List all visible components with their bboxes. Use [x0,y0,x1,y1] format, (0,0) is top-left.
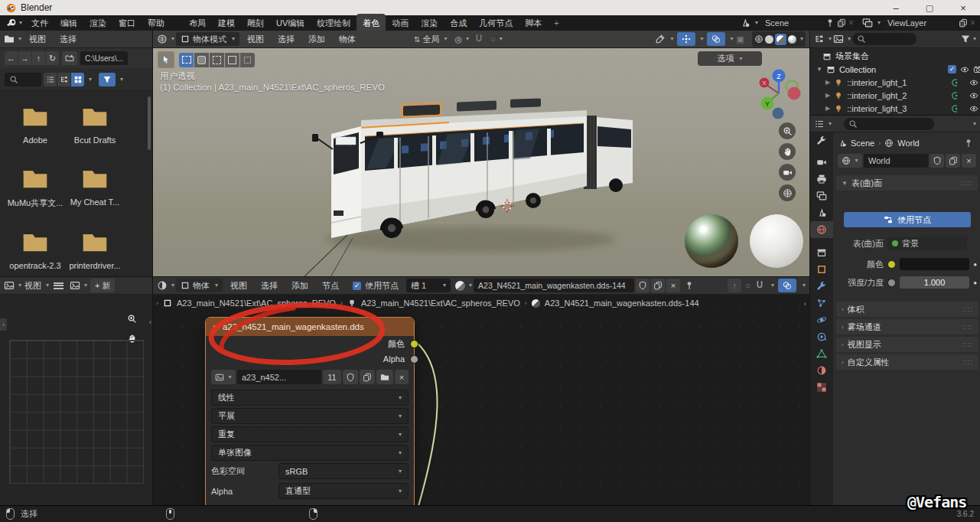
hamburger-menu-icon[interactable] [54,282,63,289]
node-header[interactable]: ▼ a23_n4521_main_wagenkasten.dds [206,318,414,336]
material-unlink-button[interactable]: × [666,279,680,292]
sidebar-toggle-left[interactable]: › [0,318,7,331]
expand-arrow-icon[interactable]: ▼ [816,66,822,73]
back-button[interactable]: ← [5,51,18,65]
xray-toggle[interactable]: ▣ [737,34,744,44]
zoom-button[interactable] [779,122,796,139]
scene-icon[interactable] [740,18,750,28]
chevron-down-icon[interactable]: ▾ [829,121,832,127]
select-tool-button[interactable] [158,51,174,68]
material-preview-icon[interactable] [455,281,465,291]
list-item[interactable]: Adobe [11,103,60,145]
shading-wireframe-icon[interactable] [754,34,763,44]
display-horizontal-list-button[interactable] [57,73,70,86]
color-space-dropdown[interactable]: sRGB ▾ [278,463,409,479]
chevron-down-icon[interactable]: ▾ [771,282,774,289]
world-name-field[interactable]: World [864,154,928,168]
image-fake-user-button[interactable] [343,370,358,384]
list-item[interactable]: opentrack-2.3 [6,229,64,270]
tab-modeling[interactable]: 建模 [212,16,241,31]
tab-output[interactable] [810,171,833,188]
image-texture-node[interactable]: ▼ a23_n4521_main_wagenkasten.dds 颜色 Alph… [205,317,415,505]
tab-rendering[interactable]: 渲染 [415,16,444,31]
orthographic-toggle-button[interactable] [779,184,796,201]
surface-shader-field[interactable]: 背景 [887,237,967,250]
unlink-world-button[interactable]: × [962,154,976,168]
snap-magnet-icon[interactable] [754,280,765,291]
scene-icon[interactable] [838,139,847,148]
extension-dropdown[interactable]: 重复 ▾ [211,426,409,442]
tab-scene[interactable] [810,204,833,221]
blender-menu-button[interactable]: ▾ [0,18,25,28]
tab-render[interactable] [810,154,833,171]
browse-world-button[interactable]: ▾ [838,154,862,168]
viewport-menu-select[interactable]: 选择 [272,32,301,47]
pin-icon[interactable] [825,18,835,28]
pin-icon[interactable] [685,281,694,290]
open-image-button[interactable] [376,370,393,384]
outliner-filter-image-icon[interactable] [833,34,844,44]
strength-slider[interactable]: 1.000 [900,276,969,289]
bus-model[interactable] [287,94,662,276]
outliner-light-row[interactable]: ▶ ::interior_light_3 [810,102,980,115]
expand-arrow-icon[interactable]: ▶ [825,105,830,112]
copy-scene-icon[interactable] [837,18,846,28]
viewport-editor-icon[interactable] [157,34,168,44]
shader-menu-add[interactable]: 添加 [285,279,314,293]
shader-menu-node[interactable]: 节点 [316,279,345,293]
menu-file[interactable]: 文件 [25,16,54,31]
proportional-edit-toggle[interactable]: ○ [745,281,750,290]
duplicate-world-button[interactable] [946,154,960,168]
outliner-funnel-icon[interactable] [960,34,971,44]
display-size-dropdown[interactable]: ▾ [89,77,92,83]
file-browser-editor-icon[interactable] [4,34,15,44]
animate-dot-icon[interactable]: ● [973,279,977,286]
file-search-input[interactable] [5,73,41,86]
chevron-down-icon[interactable]: ▾ [800,36,803,42]
tab-layout[interactable]: 布局 [183,16,212,31]
outliner-editor-icon[interactable] [814,34,825,44]
breadcrumb-scene[interactable]: Scene [851,139,874,148]
panel-custom-properties[interactable]: › 自定义属性 :::: [836,354,978,370]
forward-button[interactable]: → [18,51,31,65]
unlink-scene-icon[interactable]: × [848,18,854,28]
snap-magnet-icon[interactable] [474,34,484,44]
transform-orientation[interactable]: ⇅ 全局 ▾ [414,34,447,45]
color-swatch[interactable] [900,258,969,270]
properties-editor-icon[interactable] [814,119,825,129]
file-menu-view[interactable]: 视图 [23,32,52,47]
tab-world[interactable] [810,221,833,238]
properties-search-input[interactable] [844,118,934,130]
collapse-node-icon[interactable]: ▼ [212,324,218,331]
tab-object[interactable] [810,261,833,278]
eye-icon[interactable] [969,91,978,100]
go-to-parent-node-tree-button[interactable]: ↑ [728,279,741,292]
panel-volume[interactable]: › 体积 :::: [836,302,978,317]
color-output-socket[interactable] [410,340,418,348]
list-item[interactable]: Bcut Drafts [66,103,124,145]
tab-uv-editing[interactable]: UV编辑 [270,16,311,31]
eye-icon[interactable] [960,65,969,74]
cursor-tool[interactable] [225,53,239,67]
file-path-field[interactable]: C:\Users\... [80,51,128,65]
image-users-button[interactable]: 11 [323,370,341,384]
menu-render[interactable]: 渲染 [83,16,112,31]
list-item[interactable]: My Cheat T... [66,165,124,207]
maximize-button[interactable]: ▢ [913,0,946,15]
visibility-filter-icon[interactable] [655,34,666,44]
shader-menu-view[interactable]: 视图 [224,279,253,293]
shading-rendered-icon[interactable] [788,35,796,44]
chevron-down-icon[interactable]: ▾ [829,36,832,42]
breadcrumb-material[interactable]: A23_N4521_main_wagenkasten.dds-144 [545,299,699,308]
pan-button[interactable] [779,143,796,160]
camera-visibility-icon[interactable] [973,65,980,74]
expand-arrow-icon[interactable]: ▶ [825,92,830,99]
file-menu-select[interactable]: 选择 [54,32,83,47]
tab-modifiers[interactable] [810,278,833,295]
viewlayer-icon[interactable] [862,18,873,28]
tab-texture-paint[interactable]: 纹理绘制 [311,16,357,31]
tab-sculpting[interactable]: 雕刻 [241,16,270,31]
image-name-field[interactable]: a23_n452... [237,370,321,384]
new-image-button[interactable]: + 新 [90,279,115,292]
proportional-edit[interactable]: ○▾ [490,34,503,44]
